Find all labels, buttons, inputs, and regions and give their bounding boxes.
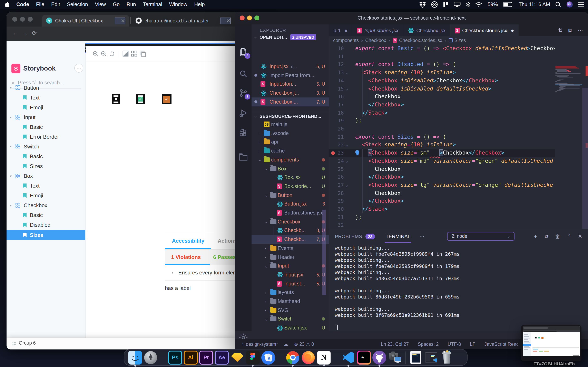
sidebar-item-button[interactable]: ▾Button <box>7 83 85 92</box>
sidebar-item-input[interactable]: ▾Input <box>7 112 85 122</box>
split-terminal-icon[interactable]: ⧉ <box>545 233 549 240</box>
screen-share-pip[interactable] <box>521 325 581 361</box>
sidebar-item-text[interactable]: Text <box>7 92 85 102</box>
activity-files-icon[interactable]: 2 <box>238 47 248 57</box>
open-editor-checkbox-j-[interactable]: Checkbox.j...3, U <box>251 89 329 98</box>
tree-item-box-storie-[interactable]: SBox.storie...U <box>251 182 329 191</box>
panel-more-icon[interactable]: ⋯ <box>419 234 425 239</box>
wifi-icon[interactable] <box>475 2 482 7</box>
dock-camera-icon[interactable] <box>388 350 402 364</box>
dropbox-icon[interactable] <box>419 1 426 8</box>
close-window-button[interactable] <box>12 17 17 22</box>
activity-scm-icon[interactable]: 8 <box>238 88 248 98</box>
breadcrumb-item[interactable]: Checkbox <box>365 38 386 43</box>
menu-selection[interactable]: Selection <box>67 2 88 7</box>
sidebar-item-box[interactable]: ▾Box <box>7 171 85 181</box>
open-editor-input-jsx[interactable]: Input.jsxc...5, U <box>251 62 329 71</box>
status-spaces[interactable]: Spaces: 2 <box>418 342 439 347</box>
problems-item[interactable]: ⊗ 23 ⚠ 0 <box>294 341 314 347</box>
sidebar-item-error-border[interactable]: Error Border <box>7 132 85 142</box>
menu-window[interactable]: Window <box>169 2 187 7</box>
background-window[interactable]: Group 6 <box>7 338 238 350</box>
open-editor-import-react-from-[interactable]: import React from... <box>251 71 329 80</box>
tab-problems[interactable]: PROBLEMS <box>335 234 362 239</box>
tree-item-layouts[interactable]: ›layouts <box>251 288 329 297</box>
tab-violations[interactable]: 1 Violations <box>171 250 201 265</box>
project-section-header[interactable]: ⌄SESHSOURCE-FRONTEND... <box>251 112 329 120</box>
breadcrumb[interactable]: components›Checkbox›SCheckbox.stories.js… <box>329 36 588 44</box>
split-editor-icon[interactable]: ⧉ <box>568 27 572 34</box>
tree-item-main-js[interactable]: JSmain.js <box>251 120 329 129</box>
editor-tab-checkbox-stories-jsx[interactable]: SCheckbox.stories.jsx● <box>450 25 519 36</box>
minimap[interactable] <box>555 44 582 261</box>
menu-app[interactable]: Code <box>16 2 29 7</box>
tree-item-box-jsx[interactable]: Box.jsxU <box>251 173 329 182</box>
sidebar-scrollbar[interactable] <box>322 210 326 295</box>
dock-chrome-icon[interactable] <box>286 350 300 364</box>
lightbulb-icon[interactable] <box>355 150 360 155</box>
tab-passes[interactable]: 6 Passes <box>213 250 236 265</box>
breadcrumb-item[interactable]: Sizes <box>454 38 466 43</box>
tree-item-switch-jsx[interactable]: Switch.jsxU <box>251 324 329 331</box>
zoom-window-button[interactable] <box>28 17 33 22</box>
breakpoint-dot[interactable] <box>331 151 335 155</box>
tree-item-cache[interactable]: ›cache <box>251 147 329 155</box>
tab-close-icon[interactable]: ✕ <box>115 18 125 24</box>
breadcrumb-item[interactable]: components <box>333 38 359 43</box>
dock-notion-icon[interactable]: N <box>317 350 331 364</box>
checkbox-orange[interactable]: ✓ <box>162 94 172 104</box>
airplay-icon[interactable] <box>454 2 461 7</box>
status-lf[interactable]: LF <box>470 342 476 347</box>
tab-accessibility[interactable]: Accessibility <box>172 233 204 249</box>
tree-item-input-st-[interactable]: SInput.st...5, U <box>251 279 329 288</box>
tree-item-box[interactable]: ⌄Box <box>251 164 329 173</box>
dock-sketch-icon[interactable] <box>230 350 244 364</box>
tab-terminal[interactable]: TERMINAL <box>386 234 410 239</box>
dock-docthumb-icon[interactable] <box>409 350 423 364</box>
browser-tab-active[interactable]: ϟ Chakra UI | Checkbox ✕ <box>42 15 129 26</box>
sidebar-item-emoji[interactable]: Emoji <box>7 103 85 112</box>
dock-firefox-icon[interactable] <box>301 350 315 364</box>
menu-file[interactable]: File <box>36 2 44 7</box>
open-editor-checkbox-[interactable]: SCheckbox....7, U <box>251 98 329 106</box>
tree-item-switch[interactable]: ⌄Switch <box>251 315 329 323</box>
activity-ext-icon[interactable] <box>238 128 248 138</box>
tree-item-button-stories-jsx[interactable]: SButton.stories.jsx <box>251 208 329 217</box>
sidebar-menu-button[interactable]: … <box>74 64 83 73</box>
open-editors-header[interactable]: ⌄OPEN EDIT...2 UNSAVED <box>251 33 329 41</box>
dock-vscode-icon[interactable] <box>341 350 355 364</box>
zoom-reset-icon[interactable] <box>109 50 115 57</box>
sidebar-item-sizes[interactable]: Sizes <box>7 230 85 240</box>
activity-debug-icon[interactable] <box>238 108 248 118</box>
close-panel-icon[interactable]: ✕ <box>578 233 582 239</box>
dock-figma-icon[interactable] <box>246 350 260 364</box>
sidebar-item-switch[interactable]: ▾Switch <box>7 142 85 151</box>
tab-actions[interactable]: Actions <box>218 233 237 249</box>
tree-item-checkb-[interactable]: SCheckb...7, U <box>251 235 329 244</box>
sidebar-item-basic[interactable]: Basic <box>7 210 85 220</box>
menu-clock[interactable]: Thu 11:16 AM <box>519 2 550 7</box>
status-utf8[interactable]: UTF-8 <box>448 342 461 347</box>
sidebar-item-disabled[interactable]: Disabled <box>7 220 85 230</box>
branch-item[interactable]: ⑂ design-system* <box>242 342 278 347</box>
reload-button[interactable]: ⟳ <box>32 30 36 36</box>
bluetooth-icon[interactable] <box>466 1 470 8</box>
sidebar-item-text[interactable]: Text <box>7 181 85 191</box>
menu-edit[interactable]: Edit <box>51 2 60 7</box>
breadcrumb-item[interactable]: Checkbox.stories.jsx <box>399 38 442 43</box>
checkbox-green[interactable]: ✓ <box>136 94 145 104</box>
dock-ps-icon[interactable]: Ps <box>168 350 182 364</box>
dock-github-icon[interactable] <box>372 350 386 364</box>
status-ln[interactable]: Ln 23, Col 27 <box>381 342 409 347</box>
dock-launchpad-icon[interactable] <box>144 350 158 364</box>
viewport-icon[interactable] <box>140 50 146 57</box>
grid-toggle-icon[interactable] <box>131 50 137 57</box>
zoom-out-icon[interactable] <box>100 50 107 57</box>
status-javascript[interactable]: JavaScript Reac <box>484 342 519 347</box>
kill-terminal-icon[interactable]: 🗑 <box>555 233 560 239</box>
forward-button[interactable]: → <box>22 30 28 36</box>
dock-ae-icon[interactable]: Ae <box>215 350 229 364</box>
editor-tab-d-1[interactable]: d-1● <box>329 25 352 36</box>
menu-view[interactable]: View <box>95 2 106 7</box>
dock-trash-icon[interactable] <box>440 350 454 364</box>
